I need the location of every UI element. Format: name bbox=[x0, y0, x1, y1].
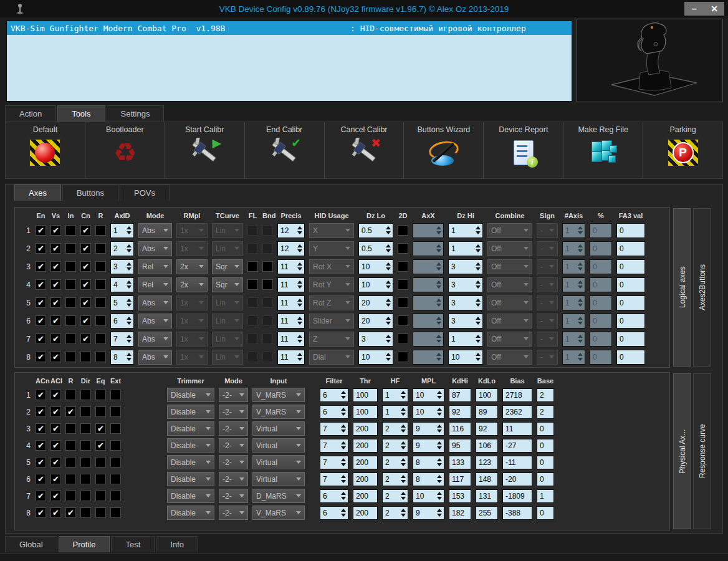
fa3-val-field[interactable]: 0 bbox=[616, 332, 645, 347]
kdhi-field[interactable]: 116 bbox=[449, 422, 471, 436]
checkbox-acl[interactable]: ✔ bbox=[50, 423, 61, 434]
mpl-spinner[interactable]: 10 bbox=[413, 489, 444, 503]
bias-field[interactable]: 11 bbox=[502, 422, 532, 436]
kdhi-field[interactable]: 92 bbox=[449, 405, 471, 419]
fa3-val-field[interactable]: 0 bbox=[616, 314, 645, 328]
hid-usage-dropdown[interactable]: Y bbox=[309, 241, 354, 256]
hid-usage-dropdown[interactable]: Rot Z bbox=[309, 295, 354, 310]
dz-hi-spinner[interactable]: 1 bbox=[448, 223, 483, 238]
checkbox-bnd[interactable] bbox=[262, 279, 273, 290]
precis-spinner[interactable]: 12 bbox=[277, 223, 305, 238]
tab-axes[interactable]: Axes bbox=[14, 185, 61, 201]
fa3-val-field[interactable]: 0 bbox=[616, 241, 645, 256]
rmpl-dropdown[interactable]: 2x bbox=[176, 259, 208, 274]
device-list-selected-row[interactable]: VKB-Sim Gunfighter Modern Combat Pro v1.… bbox=[7, 21, 572, 35]
bias-field[interactable]: -388 bbox=[502, 506, 532, 520]
tab-povs[interactable]: POVs bbox=[120, 185, 170, 201]
tab-settings[interactable]: Settings bbox=[107, 105, 165, 122]
checkbox-r[interactable] bbox=[65, 440, 76, 451]
checkbox-in[interactable] bbox=[65, 333, 76, 344]
checkbox-acn[interactable]: ✔ bbox=[36, 423, 46, 434]
checkbox-eq[interactable] bbox=[95, 457, 106, 467]
mode-dropdown[interactable]: Abs bbox=[138, 332, 172, 347]
hf-spinner[interactable]: 1 bbox=[382, 388, 408, 402]
side-tab-axes2buttons[interactable]: Axes2Buttons bbox=[693, 208, 711, 367]
thr-field[interactable]: 200 bbox=[353, 506, 378, 520]
checkbox-cn[interactable]: ✔ bbox=[80, 225, 91, 236]
toolbar-buttons-wizard-button[interactable]: Buttons Wizard bbox=[403, 122, 483, 178]
filter-spinner[interactable]: 7 bbox=[320, 422, 348, 436]
checkbox-dir[interactable] bbox=[80, 474, 91, 484]
checkbox-in[interactable] bbox=[65, 261, 76, 272]
checkbox-en[interactable]: ✔ bbox=[36, 297, 46, 308]
combine-dropdown[interactable]: Off bbox=[487, 223, 532, 238]
checkbox-acl[interactable]: ✔ bbox=[50, 440, 61, 451]
checkbox-2d[interactable] bbox=[398, 279, 408, 290]
checkbox-in[interactable] bbox=[65, 315, 76, 326]
thr-field[interactable]: 200 bbox=[353, 439, 378, 453]
kdlo-field[interactable]: 92 bbox=[476, 422, 498, 436]
dz-lo-spinner[interactable]: 10 bbox=[358, 350, 393, 365]
dz-lo-spinner[interactable]: 0.5 bbox=[358, 223, 393, 238]
tab-tools[interactable]: Tools bbox=[57, 105, 105, 122]
checkbox-r[interactable]: ✔ bbox=[65, 507, 76, 518]
dz-hi-spinner[interactable]: 10 bbox=[448, 350, 483, 365]
checkbox-acl[interactable]: ✔ bbox=[50, 457, 61, 467]
mpl-spinner[interactable]: 9 bbox=[413, 506, 444, 520]
checkbox-in[interactable] bbox=[65, 225, 76, 236]
checkbox-ext[interactable] bbox=[110, 423, 121, 434]
checkbox-r[interactable] bbox=[65, 474, 76, 484]
checkbox-dir[interactable] bbox=[80, 406, 91, 417]
checkbox-2d[interactable] bbox=[398, 352, 408, 362]
checkbox-dir[interactable] bbox=[80, 457, 91, 467]
trimmer-dropdown[interactable]: Disable bbox=[167, 388, 214, 402]
checkbox-en[interactable]: ✔ bbox=[36, 315, 46, 326]
device-list[interactable]: VKB-Sim Gunfighter Modern Combat Pro v1.… bbox=[6, 21, 572, 102]
input-dropdown[interactable]: Virtual bbox=[252, 472, 305, 486]
fa3-val-field[interactable]: 0 bbox=[616, 259, 645, 274]
checkbox-in[interactable] bbox=[65, 352, 76, 362]
combine-dropdown[interactable]: Off bbox=[487, 241, 532, 256]
tab-test[interactable]: Test bbox=[111, 536, 155, 552]
axid-spinner[interactable]: 2 bbox=[110, 241, 134, 256]
axid-spinner[interactable]: 6 bbox=[110, 314, 134, 328]
checkbox-acn[interactable]: ✔ bbox=[36, 491, 46, 501]
input-dropdown[interactable]: Virtual bbox=[252, 438, 305, 453]
toolbar-bootloader-button[interactable]: Bootloader♻ bbox=[85, 122, 165, 178]
input-dropdown[interactable]: Virtual bbox=[252, 455, 305, 469]
kdlo-field[interactable]: 148 bbox=[476, 472, 498, 486]
dz-hi-spinner[interactable]: 3 bbox=[448, 314, 483, 328]
checkbox-acn[interactable]: ✔ bbox=[36, 406, 46, 417]
tab-buttons[interactable]: Buttons bbox=[62, 185, 118, 201]
mode-dropdown[interactable]: -2- bbox=[219, 388, 248, 402]
mode-dropdown[interactable]: Rel bbox=[138, 259, 172, 274]
dz-lo-spinner[interactable]: 10 bbox=[358, 277, 393, 292]
checkbox-eq[interactable] bbox=[95, 390, 106, 400]
bias-field[interactable]: -1809 bbox=[502, 489, 532, 503]
toolbar-device-report-button[interactable]: Device Reporti bbox=[483, 122, 563, 178]
checkbox-acn[interactable]: ✔ bbox=[36, 507, 46, 518]
checkbox-dir[interactable] bbox=[80, 440, 91, 451]
checkbox-acn[interactable]: ✔ bbox=[36, 390, 46, 400]
input-dropdown[interactable]: D_MaRS bbox=[252, 489, 305, 503]
base-field[interactable]: 0 bbox=[537, 422, 554, 436]
base-field[interactable]: 0 bbox=[537, 506, 554, 520]
checkbox-eq[interactable] bbox=[95, 406, 106, 417]
axid-spinner[interactable]: 4 bbox=[110, 277, 134, 292]
fa3-val-field[interactable]: 0 bbox=[616, 295, 645, 310]
checkbox-r[interactable] bbox=[95, 352, 106, 362]
checkbox-r[interactable] bbox=[65, 423, 76, 434]
combine-dropdown[interactable]: Off bbox=[487, 295, 532, 310]
bias-field[interactable]: -11 bbox=[502, 456, 532, 469]
mode-dropdown[interactable]: -2- bbox=[219, 438, 248, 453]
checkbox-in[interactable] bbox=[65, 243, 76, 254]
combine-dropdown[interactable]: Off bbox=[487, 277, 532, 292]
mode-dropdown[interactable]: -2- bbox=[219, 421, 248, 436]
dz-lo-spinner[interactable]: 20 bbox=[358, 314, 393, 328]
side-tab-response-curve[interactable]: Response curve bbox=[693, 373, 711, 529]
trimmer-dropdown[interactable]: Disable bbox=[167, 489, 214, 503]
tab-profile[interactable]: Profile bbox=[59, 536, 110, 552]
toolbar-parking-button[interactable]: ParkingP bbox=[643, 122, 722, 178]
hid-usage-dropdown[interactable]: Slider bbox=[309, 314, 354, 328]
mode-dropdown[interactable]: -2- bbox=[219, 455, 248, 469]
